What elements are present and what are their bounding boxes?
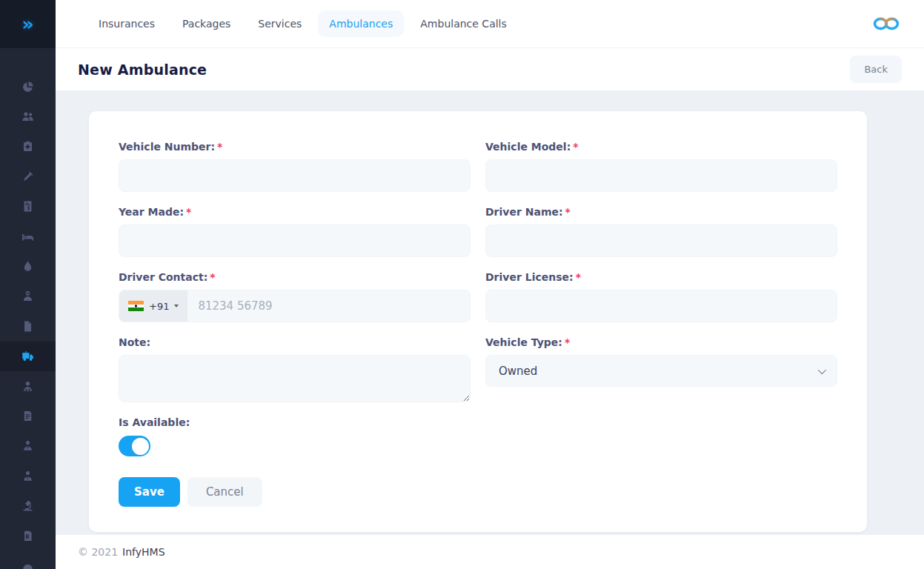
is-available-toggle[interactable] bbox=[119, 436, 150, 456]
vehicle-model-label: Vehicle Model:* bbox=[485, 141, 837, 153]
sidebar-item-syringe[interactable] bbox=[0, 162, 56, 191]
main-column: InsurancesPackagesServicesAmbulancesAmbu… bbox=[56, 0, 924, 569]
nav-item-ambulance-calls[interactable]: Ambulance Calls bbox=[409, 10, 518, 37]
field-driver-contact: Driver Contact:* +91 bbox=[119, 271, 471, 322]
field-vehicle-model: Vehicle Model:* bbox=[485, 141, 837, 192]
medkit-icon bbox=[21, 140, 34, 153]
blood-drop-icon bbox=[21, 260, 34, 273]
driver-license-input[interactable] bbox=[485, 290, 837, 322]
vehicle-number-label: Vehicle Number:* bbox=[119, 141, 471, 153]
required-asterisk: * bbox=[573, 141, 578, 153]
save-button[interactable]: Save bbox=[119, 477, 180, 507]
file-icon bbox=[21, 320, 34, 333]
sidebar-item-staff[interactable] bbox=[0, 461, 56, 490]
dial-code: +91 bbox=[149, 301, 169, 312]
required-asterisk: * bbox=[576, 271, 581, 283]
sidebar-header: » bbox=[0, 0, 56, 48]
driver-name-label: Driver Name:* bbox=[485, 206, 837, 218]
top-navbar: InsurancesPackagesServicesAmbulancesAmbu… bbox=[56, 0, 924, 48]
footer: © 2021 InfyHMS bbox=[56, 535, 924, 569]
sidebar-item-pie-chart[interactable] bbox=[0, 72, 56, 102]
form-actions: Save Cancel bbox=[119, 477, 837, 507]
report-icon bbox=[21, 410, 34, 422]
note-label: Note: bbox=[119, 336, 471, 348]
doctor-mask-icon bbox=[21, 290, 34, 302]
syringe-icon bbox=[21, 170, 34, 183]
invoice-icon bbox=[21, 200, 34, 213]
field-vehicle-number: Vehicle Number:* bbox=[119, 141, 471, 192]
form-card: Vehicle Number:* Vehicle Model:* Year Ma… bbox=[89, 111, 867, 532]
sidebar-item-ambulance[interactable] bbox=[0, 342, 56, 371]
sidebar-item-prescription[interactable] bbox=[0, 521, 56, 550]
nav-item-packages[interactable]: Packages bbox=[171, 10, 242, 37]
india-flag-icon bbox=[128, 301, 144, 311]
bed-icon bbox=[21, 230, 34, 243]
vehicle-type-select[interactable]: Owned bbox=[485, 355, 837, 387]
sidebar-item-bed[interactable] bbox=[0, 222, 56, 251]
double-chevron-right-icon[interactable]: » bbox=[21, 15, 33, 33]
nurse-icon bbox=[21, 380, 34, 393]
ambulance-form: Vehicle Number:* Vehicle Model:* Year Ma… bbox=[119, 141, 837, 456]
country-code-dropdown[interactable]: +91 bbox=[119, 290, 187, 322]
staff-icon bbox=[21, 470, 34, 482]
sidebar-item-file[interactable] bbox=[0, 311, 56, 341]
infinity-logo bbox=[872, 14, 900, 33]
field-vehicle-type: Vehicle Type:* Owned bbox=[485, 336, 837, 387]
sidebar-item-users[interactable] bbox=[0, 102, 56, 131]
vehicle-model-input[interactable] bbox=[485, 159, 837, 192]
driver-contact-label: Driver Contact:* bbox=[119, 271, 471, 283]
sidebar-item-blood-drop[interactable] bbox=[0, 251, 56, 281]
prescription-icon bbox=[21, 530, 34, 542]
back-button[interactable]: Back bbox=[850, 56, 902, 83]
required-asterisk: * bbox=[217, 141, 222, 153]
field-driver-name: Driver Name:* bbox=[485, 206, 837, 257]
page-title-bar: New Ambulance Back bbox=[56, 48, 924, 90]
phone-input-group: +91 bbox=[119, 290, 471, 322]
driver-contact-input[interactable] bbox=[187, 290, 470, 322]
field-driver-license: Driver License:* bbox=[485, 271, 837, 322]
pie-chart-icon bbox=[21, 81, 34, 93]
required-asterisk: * bbox=[565, 336, 570, 348]
is-available-label: Is Available: bbox=[119, 416, 837, 428]
sidebar: » bbox=[0, 0, 56, 569]
year-made-input[interactable] bbox=[119, 224, 471, 257]
required-asterisk: * bbox=[186, 206, 191, 218]
partial-icon bbox=[21, 559, 34, 569]
vehicle-type-label: Vehicle Type:* bbox=[485, 336, 837, 348]
sidebar-item-patient[interactable] bbox=[0, 431, 56, 461]
field-is-available: Is Available: bbox=[119, 416, 837, 456]
page-title: New Ambulance bbox=[78, 61, 850, 78]
nav-item-ambulances[interactable]: Ambulances bbox=[318, 10, 404, 37]
sidebar-item-medkit[interactable] bbox=[0, 132, 56, 162]
copyright-text: © 2021 bbox=[78, 546, 118, 558]
nav-item-insurances[interactable]: Insurances bbox=[87, 10, 166, 37]
sidebar-item-report[interactable] bbox=[0, 401, 56, 430]
patient-icon bbox=[21, 439, 34, 452]
field-note: Note: bbox=[119, 336, 471, 402]
sidebar-nav bbox=[0, 48, 56, 569]
chevron-down-icon bbox=[818, 365, 826, 373]
toggle-knob bbox=[132, 438, 149, 455]
users-icon bbox=[21, 110, 34, 123]
nav-item-services[interactable]: Services bbox=[247, 10, 313, 37]
caret-down-icon bbox=[174, 305, 179, 307]
app-root: » InsurancesPackagesServicesAmbulancesAm… bbox=[0, 0, 924, 569]
sidebar-item-nurse[interactable] bbox=[0, 371, 56, 401]
sidebar-item-doctor-mask[interactable] bbox=[0, 282, 56, 311]
sidebar-item-invoice[interactable] bbox=[0, 192, 56, 222]
sidebar-item-partial[interactable] bbox=[0, 550, 56, 569]
required-asterisk: * bbox=[565, 206, 571, 218]
content-area: Vehicle Number:* Vehicle Model:* Year Ma… bbox=[56, 90, 924, 535]
cancel-button[interactable]: Cancel bbox=[187, 477, 262, 507]
field-year-made: Year Made:* bbox=[119, 206, 471, 257]
driver-name-input[interactable] bbox=[485, 224, 837, 257]
microscope-icon bbox=[21, 499, 34, 512]
sidebar-item-microscope[interactable] bbox=[0, 490, 56, 520]
note-textarea[interactable] bbox=[119, 355, 471, 402]
brand-link[interactable]: InfyHMS bbox=[122, 546, 164, 558]
vehicle-number-input[interactable] bbox=[119, 159, 471, 192]
driver-license-label: Driver License:* bbox=[485, 271, 837, 283]
year-made-label: Year Made:* bbox=[119, 206, 471, 218]
ambulance-icon bbox=[21, 350, 34, 362]
required-asterisk: * bbox=[210, 271, 215, 283]
